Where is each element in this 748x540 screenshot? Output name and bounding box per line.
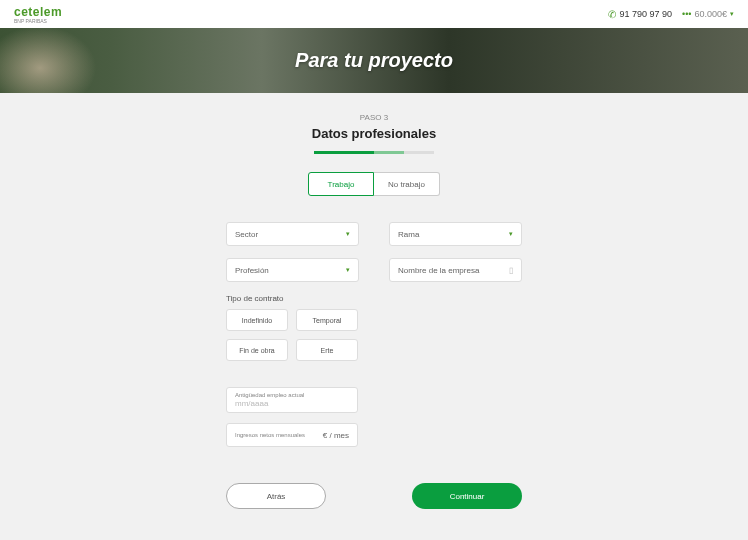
chevron-down-icon: ▾	[346, 266, 350, 274]
top-header: cetelem BNP PARIBAS ✆ 91 790 97 90 ••• 6…	[0, 0, 748, 28]
empresa-placeholder: Nombre de la empresa	[398, 266, 479, 275]
form: Sector ▾ Rama ▾ Profesión ▾ Nombre de la…	[226, 222, 522, 509]
amount-value: 60.000€	[694, 9, 727, 19]
profesion-label: Profesión	[235, 266, 269, 275]
row-2: Profesión ▾ Nombre de la empresa ▯	[226, 258, 522, 282]
contract-label: Tipo de contrato	[226, 294, 522, 303]
chevron-down-icon: ▾	[346, 230, 350, 238]
progress-seg-4	[404, 151, 434, 154]
contract-row-1: Indefinido Temporal	[226, 309, 522, 331]
slider-icon: •••	[682, 9, 691, 19]
chevron-down-icon: ▾	[730, 10, 734, 18]
progress-bar	[314, 151, 434, 154]
row-1: Sector ▾ Rama ▾	[226, 222, 522, 246]
step-label: PASO 3	[0, 113, 748, 122]
main-content: PASO 3 Datos profesionales Trabajo No tr…	[0, 93, 748, 539]
income-label: Ingresos netos mensuales	[235, 432, 305, 438]
form-actions: Atrás Continuar	[226, 483, 522, 509]
back-button[interactable]: Atrás	[226, 483, 326, 509]
logo-text: cetelem	[14, 5, 62, 19]
seniority-input[interactable]: Antigüedad empleo actual mm/aaaa	[226, 387, 358, 413]
amount-selector[interactable]: ••• 60.000€ ▾	[682, 9, 734, 19]
chip-indefinido[interactable]: Indefinido	[226, 309, 288, 331]
progress-seg-3	[374, 151, 404, 154]
chip-temporal[interactable]: Temporal	[296, 309, 358, 331]
chip-fin-obra[interactable]: Fin de obra	[226, 339, 288, 361]
profesion-select[interactable]: Profesión ▾	[226, 258, 359, 282]
seniority-label: Antigüedad empleo actual	[235, 392, 349, 398]
sector-select[interactable]: Sector ▾	[226, 222, 359, 246]
phone-number: 91 790 97 90	[619, 9, 672, 19]
header-right: ✆ 91 790 97 90 ••• 60.000€ ▾	[608, 9, 734, 20]
hero-banner: Para tu proyecto	[0, 28, 748, 93]
tab-nowork[interactable]: No trabajo	[374, 172, 440, 196]
tab-work[interactable]: Trabajo	[308, 172, 374, 196]
work-tabs: Trabajo No trabajo	[0, 172, 748, 196]
progress-seg-1	[314, 151, 344, 154]
progress-seg-2	[344, 151, 374, 154]
empresa-input[interactable]: Nombre de la empresa ▯	[389, 258, 522, 282]
logo: cetelem BNP PARIBAS	[14, 5, 62, 24]
income-input[interactable]: Ingresos netos mensuales € / mes	[226, 423, 358, 447]
seniority-placeholder: mm/aaaa	[235, 399, 349, 408]
contract-row-2: Fin de obra Erte	[226, 339, 522, 361]
step-title: Datos profesionales	[0, 126, 748, 141]
income-unit: € / mes	[323, 431, 349, 440]
chevron-down-icon: ▾	[509, 230, 513, 238]
chip-erte[interactable]: Erte	[296, 339, 358, 361]
rama-select[interactable]: Rama ▾	[389, 222, 522, 246]
rama-label: Rama	[398, 230, 419, 239]
continue-button[interactable]: Continuar	[412, 483, 522, 509]
sector-label: Sector	[235, 230, 258, 239]
phone-block[interactable]: ✆ 91 790 97 90	[608, 9, 672, 20]
hero-title: Para tu proyecto	[295, 49, 453, 72]
building-icon: ▯	[509, 266, 513, 275]
phone-icon: ✆	[608, 9, 616, 20]
